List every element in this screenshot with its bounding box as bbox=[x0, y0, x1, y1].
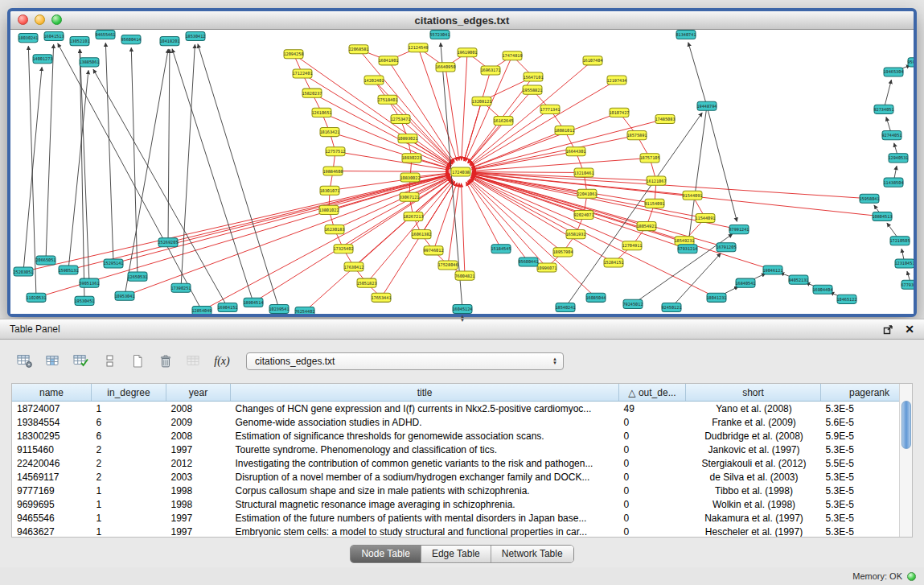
graph-node[interactable]: 18267213 bbox=[403, 212, 423, 220]
table-cell[interactable]: 1997 bbox=[166, 525, 231, 538]
graph-node[interactable]: 16963171 bbox=[480, 66, 500, 75]
table-cell[interactable]: 1998 bbox=[166, 484, 231, 497]
table-cell[interactable]: 0 bbox=[619, 429, 686, 443]
graph-node[interactable]: 20665051 bbox=[35, 256, 55, 265]
table-row[interactable]: 1456911722003Disruption of a novel membe… bbox=[12, 470, 913, 484]
vertical-scrollbar[interactable] bbox=[899, 384, 912, 537]
table-row[interactable]: 1872400712008Changes of HCN gene express… bbox=[12, 402, 913, 416]
table-row[interactable]: 969969511998Structural magnetic resonanc… bbox=[12, 497, 913, 511]
graph-node[interactable]: 92024071 bbox=[573, 210, 593, 219]
graph-node[interactable]: 91154091 bbox=[644, 199, 664, 208]
graph-node[interactable]: 16162645 bbox=[493, 116, 513, 125]
graph-node[interactable]: 15295141 bbox=[103, 259, 123, 268]
graph-node[interactable]: 12854049 bbox=[191, 306, 211, 314]
table-cell[interactable]: Yano et al. (2008) bbox=[686, 402, 821, 416]
graph-node[interactable]: 92734051 bbox=[873, 105, 893, 113]
graph-node[interactable]: 16640950 bbox=[435, 63, 455, 72]
column-header-1[interactable]: in_degree bbox=[92, 384, 166, 402]
zoom-window-button[interactable] bbox=[51, 14, 62, 25]
graph-node[interactable]: 17210505 bbox=[889, 237, 910, 245]
table-cell[interactable]: 1 bbox=[92, 525, 166, 538]
graph-node[interactable]: 12940531 bbox=[888, 154, 908, 163]
graph-node[interactable]: 16041513 bbox=[43, 32, 64, 41]
graph-node[interactable]: 99746012 bbox=[423, 246, 443, 255]
graph-node[interactable]: 16107404 bbox=[582, 56, 602, 65]
table-cell[interactable]: 0 bbox=[619, 443, 686, 456]
table-cell[interactable]: 2012 bbox=[166, 456, 231, 470]
graph-node[interactable]: 11544091 bbox=[695, 213, 715, 222]
new-network-icon[interactable] bbox=[125, 350, 150, 372]
graph-node[interactable]: 12757512 bbox=[325, 147, 345, 156]
graph-node[interactable]: 16230183 bbox=[324, 225, 344, 234]
table-mode-icon[interactable] bbox=[13, 350, 37, 372]
table-cell[interactable]: 2 bbox=[92, 470, 166, 484]
graph-node[interactable]: 15051823 bbox=[356, 278, 376, 287]
graph-node[interactable]: 81340741 bbox=[676, 31, 696, 39]
graph-node[interactable]: 25203051 bbox=[13, 267, 33, 276]
graph-node[interactable]: 10107427 bbox=[609, 108, 629, 117]
table-cell[interactable]: 6 bbox=[92, 429, 166, 443]
table-cell[interactable]: 2008 bbox=[166, 402, 231, 416]
table-cell[interactable]: 0 bbox=[619, 497, 686, 511]
graph-node[interactable]: 13801022 bbox=[318, 205, 339, 214]
table-cell[interactable]: Hescheler et al. (1997) bbox=[686, 525, 821, 538]
graph-node[interactable]: 17485083 bbox=[655, 114, 675, 123]
graph-node[interactable]: 14202401 bbox=[363, 76, 384, 84]
table-cell[interactable]: Tibbo et al. (1998) bbox=[686, 484, 821, 497]
graph-node[interactable]: 95901441 bbox=[907, 58, 914, 67]
table-cell[interactable]: Investigating the contribution of common… bbox=[231, 456, 619, 470]
table-cell[interactable]: Estimation of the future numbers of pati… bbox=[231, 511, 619, 525]
graph-node[interactable]: 13208121 bbox=[471, 97, 491, 105]
graph-node[interactable]: 25269205 bbox=[158, 238, 178, 247]
graph-node[interactable]: 79245012 bbox=[622, 299, 643, 308]
split-pane-grip[interactable]: ▲▼ bbox=[458, 315, 467, 323]
table-row[interactable]: 946362711997Embryonic stem cells: a mode… bbox=[12, 525, 913, 538]
function-builder-icon[interactable]: f(x) bbox=[210, 350, 234, 372]
graph-node[interactable]: 19046121 bbox=[762, 266, 782, 274]
column-header-2[interactable]: year bbox=[166, 384, 231, 402]
table-cell[interactable]: Changes of HCN gene expression and I(f) … bbox=[231, 402, 619, 416]
column-header-0[interactable]: name bbox=[12, 384, 92, 402]
table-cell[interactable]: 18300295 bbox=[12, 429, 92, 443]
graph-node[interactable]: 18081011 bbox=[554, 126, 574, 135]
graph-node[interactable]: 15284151 bbox=[603, 258, 623, 267]
graph-node[interactable]: 18540241 bbox=[555, 303, 575, 311]
table-cell[interactable]: Franke et al. (2009) bbox=[686, 415, 821, 429]
table-cell[interactable]: Corpus callosum shape and size in male p… bbox=[231, 484, 619, 497]
table-row[interactable]: 946554611997Estimation of the future num… bbox=[12, 511, 913, 525]
graph-node[interactable]: 16904151 bbox=[217, 303, 237, 311]
graph-node[interactable]: 16041901 bbox=[378, 56, 398, 65]
graph-node[interactable]: 76254402 bbox=[294, 307, 314, 314]
graph-node[interactable]: 67931214 bbox=[677, 245, 697, 253]
table-row[interactable]: 911546021997Tourette syndrome. Phenomeno… bbox=[12, 443, 913, 456]
graph-node[interactable]: 18575891 bbox=[626, 131, 647, 140]
graph-node[interactable]: 10418201 bbox=[159, 37, 179, 46]
memory-status-label[interactable]: Memory: OK bbox=[852, 571, 902, 581]
table-cell[interactable]: 9115460 bbox=[12, 443, 92, 456]
table-cell[interactable]: Nakamura et al. (1997) bbox=[686, 511, 821, 525]
graph-node[interactable]: 16121067 bbox=[646, 176, 666, 185]
close-panel-icon[interactable]: ✕ bbox=[905, 323, 914, 336]
table-cell[interactable]: Structural magnetic resonance image aver… bbox=[231, 497, 619, 511]
graph-node[interactable]: 12124549 bbox=[408, 43, 428, 52]
graph-node[interactable]: 17528046 bbox=[437, 261, 458, 270]
scrollbar-thumb[interactable] bbox=[901, 401, 911, 449]
graph-hub-node[interactable]: 1724038 bbox=[451, 167, 470, 176]
graph-node[interactable]: 16085044 bbox=[585, 293, 606, 302]
graph-node[interactable]: 87991241 bbox=[729, 225, 749, 234]
graph-node[interactable]: 18041231 bbox=[706, 293, 726, 302]
graph-node[interactable]: 16791205 bbox=[716, 243, 736, 252]
graph-node[interactable]: 13210461 bbox=[573, 168, 593, 177]
graph-node[interactable]: 16045124 bbox=[452, 304, 472, 313]
table-cell[interactable]: 0 bbox=[619, 456, 686, 470]
column-header-5[interactable]: short bbox=[686, 384, 821, 402]
graph-node[interactable]: 16904404 bbox=[812, 285, 832, 294]
graph-node[interactable]: 17653441 bbox=[371, 293, 391, 302]
graph-node[interactable]: 10465122 bbox=[836, 295, 856, 303]
table-cell[interactable]: de Silva et al. (2003) bbox=[686, 470, 821, 484]
table-cell[interactable]: 1 bbox=[92, 402, 166, 416]
graph-node[interactable]: 16581931 bbox=[565, 230, 585, 239]
graph-node[interactable]: 12310451 bbox=[894, 259, 914, 268]
table-cell[interactable]: 2009 bbox=[166, 415, 231, 429]
table-cell[interactable]: 1 bbox=[92, 511, 166, 525]
